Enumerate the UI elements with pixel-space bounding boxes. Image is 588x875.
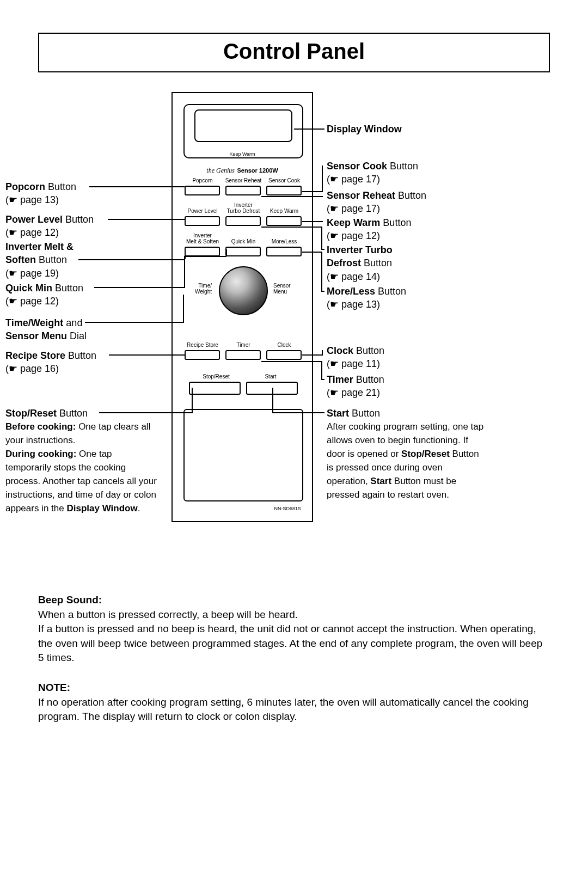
display-window-inner xyxy=(194,109,292,142)
leader xyxy=(322,166,323,192)
callout-more-less: More/Less Button (☛ page 13) xyxy=(327,285,485,311)
melt-soften-top-label: Inverter xyxy=(183,233,222,239)
genius-sensor-label: the Genius Sensor 1200W xyxy=(173,165,312,175)
stop-reset-label: Stop/Reset xyxy=(194,374,238,380)
leader xyxy=(302,221,323,222)
power-level-button[interactable] xyxy=(185,216,220,226)
callout-sensor-reheat: Sensor Reheat Button (☛ page 17) xyxy=(327,189,485,216)
leader xyxy=(273,412,324,413)
leader xyxy=(321,252,322,292)
leader xyxy=(321,227,322,250)
keep-warm-label: Keep Warm xyxy=(265,209,303,215)
quick-min-button[interactable] xyxy=(225,247,261,256)
recipe-store-button[interactable] xyxy=(185,350,220,360)
leader xyxy=(302,252,322,253)
power-level-label: Power Level xyxy=(183,209,222,215)
more-less-button[interactable] xyxy=(266,247,302,256)
keep-warm-button[interactable] xyxy=(266,216,302,226)
leader xyxy=(184,256,226,257)
body-text: Beep Sound: When a button is pressed cor… xyxy=(38,593,550,724)
panel-bottom-area xyxy=(183,409,303,501)
sensor-cook-button[interactable] xyxy=(266,186,302,195)
leader xyxy=(89,186,185,187)
model-number: NN-SD681S xyxy=(274,506,301,511)
leader xyxy=(321,361,322,380)
popcorn-label: Popcorn xyxy=(183,178,222,184)
time-weight-dial[interactable] xyxy=(219,266,268,315)
leader xyxy=(192,388,193,413)
callout-display: Display Window xyxy=(327,123,485,136)
callout-stop-reset: Stop/Reset Button Before cooking: One ta… xyxy=(5,407,158,515)
keep-warm-indicator: Keep Warm xyxy=(173,151,312,157)
callout-dial: Time/Weight and Sensor Menu Dial xyxy=(5,316,163,343)
page-title: Control Panel xyxy=(38,33,550,72)
turbo-defrost-top-label: Inverter xyxy=(224,203,262,209)
leader xyxy=(226,249,227,256)
callout-popcorn: Popcorn Button (☛ page 13) xyxy=(5,180,163,207)
leader xyxy=(261,196,323,197)
leader xyxy=(78,259,185,260)
clock-button[interactable] xyxy=(266,350,302,360)
leader xyxy=(302,191,322,192)
sensor-reheat-label: Sensor Reheat xyxy=(224,178,262,184)
more-less-label: More/Less xyxy=(265,239,303,245)
callout-start: Start Button After cooking program setti… xyxy=(327,407,485,501)
timer-label: Timer xyxy=(224,342,262,348)
leader xyxy=(108,219,185,220)
leader xyxy=(302,354,323,356)
callout-keep-warm: Keep Warm Button (☛ page 12) xyxy=(327,216,485,243)
timer-button[interactable] xyxy=(225,350,261,360)
leader xyxy=(109,354,185,356)
melt-soften-button[interactable] xyxy=(185,247,220,256)
callout-power-level: Power Level Button (☛ page 12) xyxy=(5,213,163,240)
turbo-defrost-label: Turbo Defrost xyxy=(224,209,262,215)
dial-sensor-label: SensorMenu xyxy=(273,283,301,295)
turbo-defrost-button[interactable] xyxy=(225,216,261,226)
leader xyxy=(322,291,324,292)
leader xyxy=(85,322,183,323)
callout-sensor-cook: Sensor Cook Button (☛ page 17) xyxy=(327,160,485,186)
leader xyxy=(94,287,184,288)
callout-quick-min: Quick Min Button (☛ page 12) xyxy=(5,282,163,308)
leader xyxy=(99,412,192,413)
leader xyxy=(322,249,324,250)
beep-sound-paragraph: When a button is pressed correctly, a be… xyxy=(38,608,550,665)
callout-recipe-store: Recipe Store Button (☛ page 16) xyxy=(5,349,163,376)
leader xyxy=(272,388,273,413)
sensor-cook-label: Sensor Cook xyxy=(265,178,303,184)
dial-time-label: Time/Weight xyxy=(185,283,212,295)
quick-min-label: Quick Min xyxy=(224,239,262,245)
leader xyxy=(322,350,323,356)
melt-soften-label: Melt & Soften xyxy=(183,239,222,245)
recipe-store-label: Recipe Store xyxy=(183,342,222,348)
leader xyxy=(183,295,184,323)
callout-turbo-defrost: Inverter Turbo Defrost Button (☛ page 14… xyxy=(327,243,485,283)
note-heading: NOTE: xyxy=(38,681,550,695)
stop-reset-button[interactable] xyxy=(189,382,241,395)
leader xyxy=(184,256,185,288)
sensor-reheat-button[interactable] xyxy=(225,186,261,195)
leader xyxy=(261,361,322,362)
leader xyxy=(294,129,324,130)
clock-label: Clock xyxy=(265,342,303,348)
callout-timer: Timer Button (☛ page 21) xyxy=(327,373,485,400)
note-paragraph: If no operation after cooking program se… xyxy=(38,695,550,724)
panel-frame: Keep Warm the Genius Sensor 1200W Popcor… xyxy=(171,92,313,522)
start-label: Start xyxy=(249,374,292,380)
callout-clock: Clock Button (☛ page 11) xyxy=(327,344,485,371)
leader xyxy=(261,227,322,228)
control-panel-diagram: Keep Warm the Genius Sensor 1200W Popcor… xyxy=(38,92,550,571)
beep-sound-heading: Beep Sound: xyxy=(38,593,550,608)
popcorn-button[interactable] xyxy=(185,186,220,195)
